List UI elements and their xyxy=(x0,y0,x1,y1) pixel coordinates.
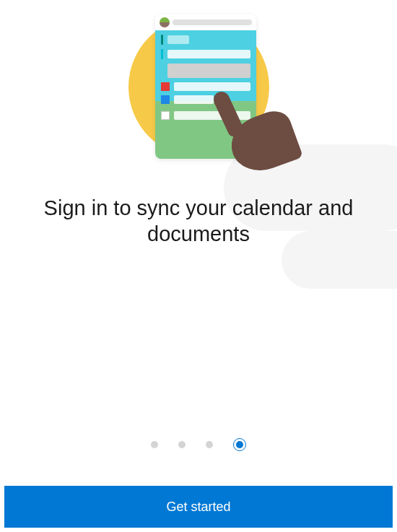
placeholder-bar-icon xyxy=(173,19,252,25)
get-started-button[interactable]: Get started xyxy=(4,486,393,528)
marker-icon xyxy=(161,35,163,45)
placeholder-bar-icon xyxy=(174,95,214,104)
placeholder-bar-icon xyxy=(167,35,189,44)
square-red-icon xyxy=(161,82,170,91)
avatar-icon xyxy=(160,17,170,27)
marker-icon xyxy=(161,66,163,76)
onboarding-heading: Sign in to sync your calendar and docume… xyxy=(0,195,397,248)
onboarding-illustration xyxy=(123,11,274,162)
pager-dot-active[interactable] xyxy=(233,438,246,451)
page-indicator xyxy=(0,441,397,451)
marker-icon xyxy=(161,49,163,59)
pager-dot[interactable] xyxy=(151,441,158,448)
pager-dot[interactable] xyxy=(178,441,186,448)
square-blue-icon xyxy=(161,95,170,104)
hand-pointing-icon xyxy=(209,90,296,170)
square-outline-icon xyxy=(161,111,170,120)
placeholder-bar-icon xyxy=(167,50,250,58)
placeholder-bar-icon xyxy=(167,64,250,78)
pager-dot[interactable] xyxy=(206,441,213,448)
